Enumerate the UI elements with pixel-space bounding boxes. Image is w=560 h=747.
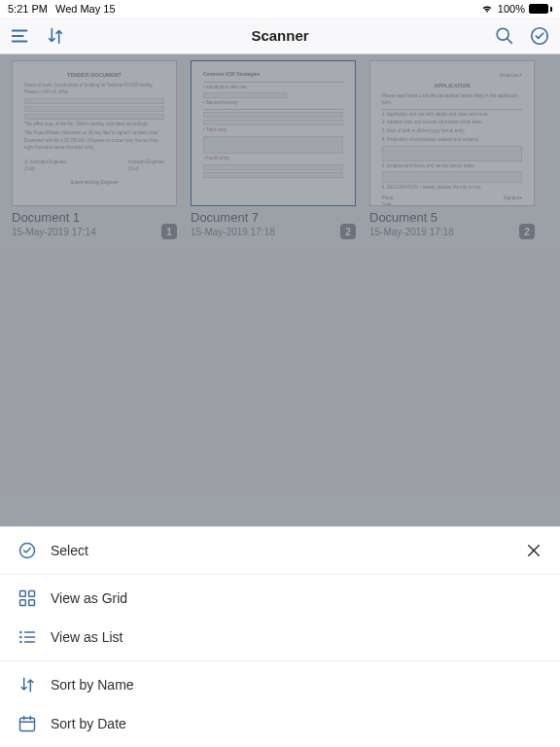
page-title: Scanner (88, 27, 472, 44)
battery-percent: 100% (498, 3, 525, 15)
status-date: Wed May 15 (55, 3, 116, 15)
menu-icon[interactable] (10, 25, 31, 47)
view-list-action[interactable]: View as List (0, 618, 560, 657)
svg-point-8 (19, 636, 22, 639)
select-action[interactable]: Select (51, 543, 88, 558)
sort-name-action[interactable]: Sort by Name (0, 665, 560, 704)
svg-rect-6 (29, 600, 35, 606)
view-grid-action[interactable]: View as Grid (0, 579, 560, 618)
status-time: 5:21 PM (8, 3, 48, 15)
action-label: View as List (51, 629, 122, 645)
document-grid: TENDER DOCUMENT Name of work: Constructi… (0, 54, 560, 550)
dim-overlay[interactable] (0, 54, 560, 550)
sort-icon[interactable] (45, 25, 66, 47)
sort-date-action[interactable]: Sort by Date (0, 704, 560, 743)
sort-arrows-icon (18, 675, 37, 694)
calendar-icon (18, 714, 37, 733)
grid-icon (18, 588, 37, 608)
close-icon[interactable] (525, 542, 542, 559)
action-label: Sort by Name (51, 677, 134, 693)
svg-rect-10 (20, 718, 35, 730)
svg-point-7 (19, 631, 22, 634)
select-mode-icon[interactable] (529, 25, 550, 47)
svg-point-9 (19, 641, 22, 644)
action-label: Sort by Date (51, 716, 126, 731)
svg-rect-5 (20, 600, 26, 606)
wifi-icon (480, 4, 494, 14)
action-sheet: Select View as Grid View as List Sort by… (0, 526, 560, 747)
svg-rect-4 (29, 591, 35, 597)
list-icon (18, 627, 37, 647)
svg-rect-3 (20, 591, 26, 597)
nav-bar: Scanner (0, 18, 560, 54)
action-label: View as Grid (51, 590, 127, 606)
check-circle-icon (18, 541, 37, 560)
status-bar: 5:21 PM Wed May 15 100% (0, 0, 560, 18)
search-icon[interactable] (494, 25, 515, 47)
battery-icon (529, 4, 552, 14)
